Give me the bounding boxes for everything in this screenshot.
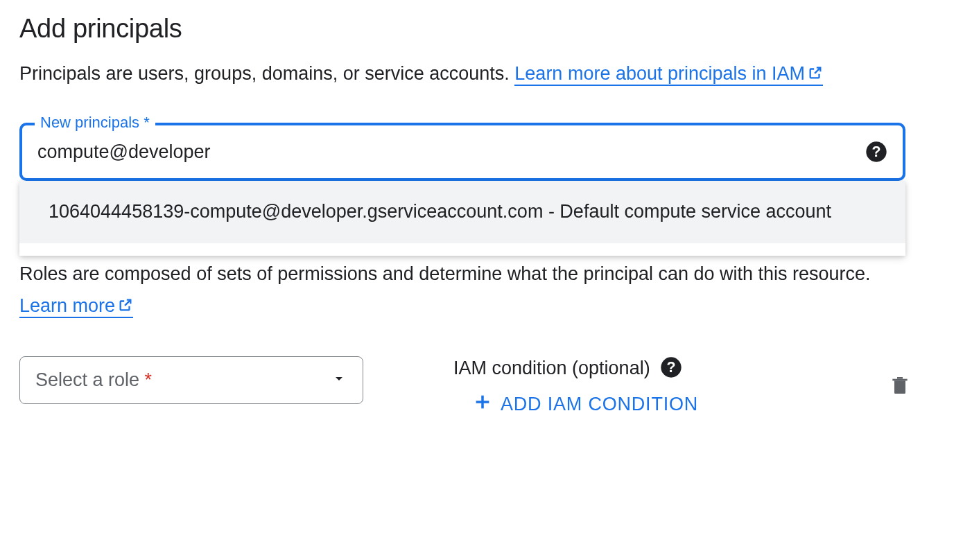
help-icon[interactable]: ? (865, 141, 887, 163)
add-iam-condition-label: ADD IAM CONDITION (501, 394, 698, 415)
role-condition-row: Select a role * IAM condition (optional)… (19, 356, 953, 417)
required-indicator-red: * (145, 369, 153, 390)
learn-roles-link[interactable]: Learn more (19, 295, 133, 318)
autocomplete-suggestion-item[interactable]: 1064044458139-compute@developer.gservice… (19, 181, 905, 243)
help-icon[interactable]: ? (660, 356, 682, 381)
principals-description: Principals are users, groups, domains, o… (19, 59, 921, 89)
svg-text:?: ? (666, 359, 675, 376)
external-link-icon (808, 60, 823, 89)
new-principals-field: New principals * ? (19, 123, 953, 181)
learn-principals-link[interactable]: Learn more about principals in IAM (514, 63, 823, 86)
roles-description-text: Roles are composed of sets of permission… (19, 263, 871, 284)
new-principals-label: New principals * (35, 114, 155, 132)
dropdown-spacer (19, 243, 905, 256)
new-principals-label-text: New principals (40, 114, 139, 131)
plus-icon (473, 392, 492, 417)
iam-condition-title: IAM condition (optional) (453, 358, 650, 379)
role-select[interactable]: Select a role * (19, 356, 363, 404)
roles-description: Roles are composed of sets of permission… (19, 259, 921, 323)
principals-description-text: Principals are users, groups, domains, o… (19, 63, 514, 84)
learn-roles-link-text: Learn more (19, 295, 115, 316)
role-select-label: Select a role * (35, 369, 152, 391)
role-select-placeholder: Select a role (35, 369, 139, 390)
dropdown-caret-icon (331, 370, 347, 390)
new-principals-input[interactable] (37, 141, 865, 163)
trash-icon[interactable] (889, 388, 911, 400)
autocomplete-dropdown: 1064044458139-compute@developer.gservice… (19, 181, 905, 256)
delete-role-column (889, 356, 953, 401)
iam-condition-section: IAM condition (optional) ? ADD IAM CONDI… (453, 356, 698, 417)
add-iam-condition-button[interactable]: ADD IAM CONDITION (473, 392, 698, 417)
required-indicator: * (144, 114, 150, 131)
external-link-icon (118, 291, 133, 323)
iam-condition-header: IAM condition (optional) ? (453, 356, 698, 381)
page-heading: Add principals (19, 14, 953, 44)
svg-text:?: ? (871, 144, 880, 161)
learn-principals-link-text: Learn more about principals in IAM (514, 63, 805, 84)
